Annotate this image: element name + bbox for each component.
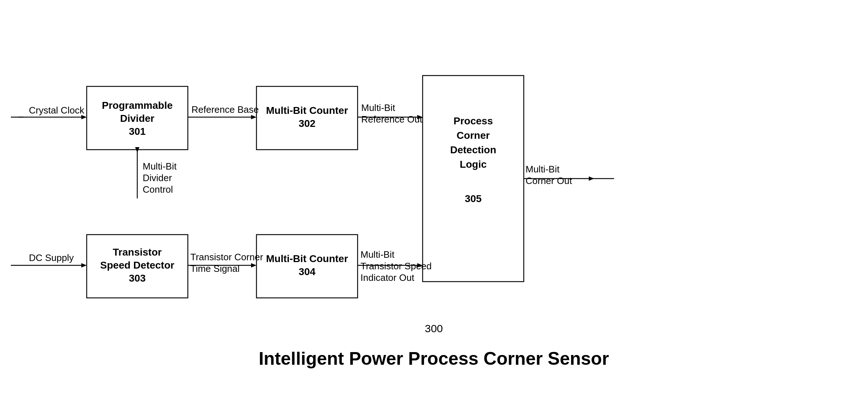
svg-marker-13	[81, 263, 87, 268]
counter-304-label2: 304	[299, 266, 316, 277]
diagram-number: 300	[425, 322, 443, 334]
counter-304-label1: Multi-Bit Counter	[266, 253, 348, 264]
pcdl-label1: Process	[454, 115, 493, 127]
multi-bit-reference-out-label2: Reference Out	[361, 114, 423, 125]
counter-302-label1: Multi-Bit Counter	[266, 105, 348, 116]
crystal-clock-label: Crystal Clock	[29, 105, 85, 116]
divider-control-label1: Multi-Bit	[143, 161, 177, 172]
counter-302-label2: 302	[299, 118, 316, 129]
programmable-divider-label3: 301	[129, 126, 146, 137]
transistor-speed-indicator-label3: Indicator Out	[360, 272, 415, 283]
transistor-corner-time-label1: Transistor Corner	[190, 252, 263, 262]
pcdl-label4: Logic	[460, 159, 487, 170]
multi-bit-corner-out-label2: Corner Out	[526, 175, 572, 186]
svg-marker-15	[251, 263, 256, 268]
dc-supply-label: DC Supply	[29, 252, 74, 263]
diagram-title: Intelligent Power Process Corner Sensor	[259, 348, 609, 369]
multi-bit-reference-out-label1: Multi-Bit	[361, 102, 396, 113]
tsd-label1: Transistor	[113, 247, 161, 258]
tsd-label2: Speed Detector	[100, 260, 174, 271]
svg-marker-4	[251, 115, 256, 119]
pcdl-label5: 305	[465, 193, 482, 204]
tsd-label3: 303	[129, 273, 146, 284]
reference-base-label: Reference Base	[191, 104, 259, 115]
diagram-container: Crystal Clock Programmable Divider 301 R…	[0, 22, 868, 415]
divider-control-label2: Divider	[143, 172, 172, 183]
transistor-speed-indicator-label1: Multi-Bit	[360, 249, 395, 260]
pcdl-label2: Corner	[457, 130, 490, 141]
multi-bit-corner-out-label1: Multi-Bit	[526, 164, 560, 175]
transistor-corner-time-label2: Time Signal	[190, 263, 239, 274]
programmable-divider-label1: Programmable	[102, 100, 173, 111]
transistor-speed-indicator-label2: Transistor Speed	[360, 261, 432, 271]
block-diagram-svg: Crystal Clock Programmable Divider 301 R…	[0, 22, 868, 415]
process-corner-detection-box	[423, 76, 524, 282]
pcdl-label3: Detection	[450, 144, 496, 155]
programmable-divider-label2: Divider	[120, 113, 155, 124]
divider-control-label3: Control	[143, 184, 173, 195]
